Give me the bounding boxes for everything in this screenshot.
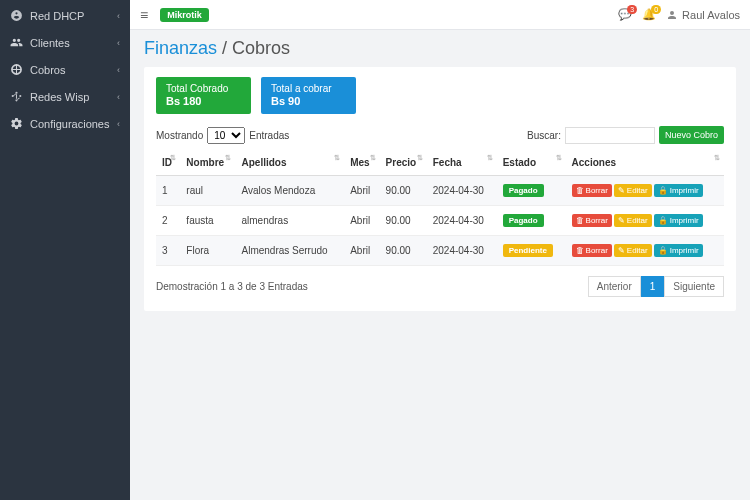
- cell-id: 3: [156, 236, 180, 266]
- table-info: Demostración 1 a 3 de 3 Entradas: [156, 281, 308, 292]
- topbar: ≡ Mikrotik 💬3 🔔0 Raul Avalos: [130, 0, 750, 30]
- cell-estado: Pagado: [497, 206, 566, 236]
- delete-button[interactable]: 🗑 Borrar: [572, 214, 612, 227]
- status-badge: Pagado: [503, 214, 544, 227]
- cell-mes: Abril: [344, 206, 379, 236]
- cell-mes: Abril: [344, 176, 379, 206]
- column-header[interactable]: Estado⇅: [497, 150, 566, 176]
- user-name: Raul Avalos: [682, 9, 740, 21]
- column-header[interactable]: Acciones⇅: [566, 150, 724, 176]
- sidebar: Red DHCP ‹ Clientes ‹ Cobros ‹ Redes Wis…: [0, 0, 130, 500]
- column-header[interactable]: ID⇅: [156, 150, 180, 176]
- print-button[interactable]: 🔒 Imprimir: [654, 244, 703, 257]
- print-button[interactable]: 🔒 Imprimir: [654, 184, 703, 197]
- column-header[interactable]: Nombre⇅: [180, 150, 235, 176]
- table-row: 2faustaalmendrasAbril90.002024-04-30Paga…: [156, 206, 724, 236]
- breadcrumb: Finanzas / Cobros: [144, 38, 736, 59]
- chevron-left-icon: ‹: [117, 38, 120, 48]
- sort-icon: ⇅: [714, 156, 720, 161]
- delete-icon: 🗑: [576, 246, 584, 255]
- pagination: Anterior 1 Siguiente: [588, 276, 724, 297]
- breadcrumb-current: Cobros: [232, 38, 290, 58]
- cell-estado: Pagado: [497, 176, 566, 206]
- print-icon: 🔒: [658, 216, 668, 225]
- search-input[interactable]: [565, 127, 655, 144]
- breadcrumb-link[interactable]: Finanzas: [144, 38, 217, 58]
- user-menu[interactable]: Raul Avalos: [666, 9, 740, 21]
- notification-alert-icon[interactable]: 🔔0: [642, 8, 656, 21]
- chevron-left-icon: ‹: [117, 65, 120, 75]
- delete-button[interactable]: 🗑 Borrar: [572, 244, 612, 257]
- sidebar-item-cobros[interactable]: Cobros ‹: [0, 56, 130, 83]
- page-size-select[interactable]: 10: [207, 127, 245, 144]
- menu-toggle-icon[interactable]: ≡: [140, 7, 148, 23]
- cell-id: 1: [156, 176, 180, 206]
- prev-page-button[interactable]: Anterior: [588, 276, 641, 297]
- sidebar-label: Redes Wisp: [30, 91, 89, 103]
- delete-icon: 🗑: [576, 186, 584, 195]
- cell-nombre: Flora: [180, 236, 235, 266]
- status-badge: Pendiente: [503, 244, 553, 257]
- cell-mes: Abril: [344, 236, 379, 266]
- cell-precio: 90.00: [380, 206, 427, 236]
- sort-icon: ⇅: [225, 156, 231, 161]
- delete-button[interactable]: 🗑 Borrar: [572, 184, 612, 197]
- chevron-left-icon: ‹: [117, 11, 120, 21]
- cell-nombre: raul: [180, 176, 235, 206]
- stat-total-a-cobrar: Total a cobrar Bs 90: [261, 77, 356, 114]
- cell-id: 2: [156, 206, 180, 236]
- cell-fecha: 2024-04-30: [427, 206, 497, 236]
- chevron-left-icon: ‹: [117, 119, 120, 129]
- page-1-button[interactable]: 1: [641, 276, 665, 297]
- table-row: 1raulAvalos MendozaAbril90.002024-04-30P…: [156, 176, 724, 206]
- cell-fecha: 2024-04-30: [427, 236, 497, 266]
- cell-apellidos: Avalos Mendoza: [235, 176, 344, 206]
- stat-total-cobrado: Total Cobrado Bs 180: [156, 77, 251, 114]
- notification-chat-icon[interactable]: 💬3: [618, 8, 632, 21]
- cobros-table: ID⇅Nombre⇅Apellidos⇅Mes⇅Precio⇅Fecha⇅Est…: [156, 150, 724, 266]
- sidebar-label: Cobros: [30, 64, 65, 76]
- notif-count: 3: [627, 5, 637, 14]
- column-header[interactable]: Apellidos⇅: [235, 150, 344, 176]
- edit-icon: ✎: [618, 246, 625, 255]
- print-icon: 🔒: [658, 246, 668, 255]
- dashboard-icon: [10, 9, 23, 22]
- chevron-left-icon: ‹: [117, 92, 120, 102]
- sort-icon: ⇅: [370, 156, 376, 161]
- show-prefix: Mostrando: [156, 130, 203, 141]
- cell-nombre: fausta: [180, 206, 235, 236]
- sidebar-label: Clientes: [30, 37, 70, 49]
- next-page-button[interactable]: Siguiente: [664, 276, 724, 297]
- sort-icon: ⇅: [334, 156, 340, 161]
- network-icon: [10, 90, 23, 103]
- print-button[interactable]: 🔒 Imprimir: [654, 214, 703, 227]
- column-header[interactable]: Precio⇅: [380, 150, 427, 176]
- cell-acciones: 🗑 Borrar✎ Editar🔒 Imprimir: [566, 176, 724, 206]
- users-icon: [10, 36, 23, 49]
- sort-icon: ⇅: [556, 156, 562, 161]
- chart-icon: [10, 63, 23, 76]
- edit-button[interactable]: ✎ Editar: [614, 244, 652, 257]
- sidebar-item-red-dhcp[interactable]: Red DHCP ‹: [0, 2, 130, 29]
- show-suffix: Entradas: [249, 130, 289, 141]
- edit-button[interactable]: ✎ Editar: [614, 184, 652, 197]
- cell-estado: Pendiente: [497, 236, 566, 266]
- gear-icon: [10, 117, 23, 130]
- cell-apellidos: Almendras Serrudo: [235, 236, 344, 266]
- sidebar-label: Red DHCP: [30, 10, 84, 22]
- column-header[interactable]: Mes⇅: [344, 150, 379, 176]
- cell-precio: 90.00: [380, 176, 427, 206]
- table-row: 3FloraAlmendras SerrudoAbril90.002024-04…: [156, 236, 724, 266]
- sidebar-item-redes-wisp[interactable]: Redes Wisp ‹: [0, 83, 130, 110]
- cell-acciones: 🗑 Borrar✎ Editar🔒 Imprimir: [566, 206, 724, 236]
- cell-precio: 90.00: [380, 236, 427, 266]
- cell-apellidos: almendras: [235, 206, 344, 236]
- main-panel: Total Cobrado Bs 180 Total a cobrar Bs 9…: [144, 67, 736, 311]
- cell-fecha: 2024-04-30: [427, 176, 497, 206]
- new-cobro-button[interactable]: Nuevo Cobro: [659, 126, 724, 144]
- sidebar-item-configuraciones[interactable]: Configuraciones ‹: [0, 110, 130, 137]
- sidebar-item-clientes[interactable]: Clientes ‹: [0, 29, 130, 56]
- column-header[interactable]: Fecha⇅: [427, 150, 497, 176]
- print-icon: 🔒: [658, 186, 668, 195]
- edit-button[interactable]: ✎ Editar: [614, 214, 652, 227]
